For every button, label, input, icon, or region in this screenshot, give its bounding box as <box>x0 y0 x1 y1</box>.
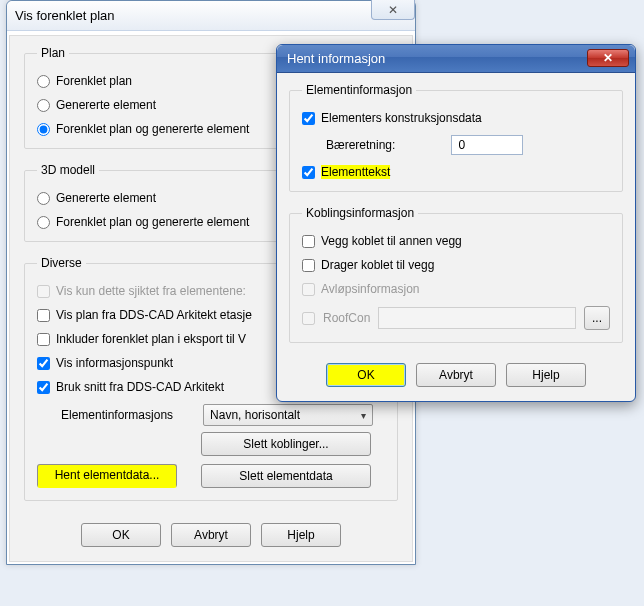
chk-avlop <box>302 283 315 296</box>
hent-info-title: Hent informasjon <box>287 51 385 66</box>
hent-info-body: Elementinformasjon Elementers konstruksj… <box>277 73 635 401</box>
main-titlebar[interactable]: Vis forenklet plan ✕ <box>7 1 415 31</box>
chk-vegg-koblet[interactable] <box>302 235 315 248</box>
m3d-radio-begge[interactable] <box>37 216 50 229</box>
chk-bruk-snitt-label: Bruk snitt fra DDS-CAD Arkitekt <box>56 380 224 394</box>
main-ok-button[interactable]: OK <box>81 523 161 547</box>
eleminfo-label: Elementinformasjons <box>61 408 173 422</box>
roofcon-input <box>378 307 576 329</box>
chk-vis-plan[interactable] <box>37 309 50 322</box>
hent-ok-button[interactable]: OK <box>326 363 406 387</box>
elementinfo-group: Elementinformasjon Elementers konstruksj… <box>289 83 623 192</box>
hent-info-dialog: Hent informasjon ✕ Elementinformasjon El… <box>276 44 636 402</box>
elementinfo-legend: Elementinformasjon <box>302 83 416 97</box>
chk-inkluder[interactable] <box>37 333 50 346</box>
hent-avbryt-label: Avbryt <box>439 368 473 382</box>
main-button-row: OK Avbryt Hjelp <box>24 515 398 547</box>
baereretning-label: Bæreretning: <box>326 138 395 152</box>
chk-inkluder-label: Inkluder forenklet plan i eksport til V <box>56 332 246 346</box>
chk-elementtekst-label: Elementtekst <box>321 165 390 179</box>
main-avbryt-label: Avbryt <box>194 528 228 542</box>
close-glyph: ✕ <box>388 3 398 17</box>
eleminfo-combo-value: Navn, horisontalt <box>210 408 300 422</box>
hent-info-titlebar[interactable]: Hent informasjon ✕ <box>277 45 635 73</box>
hent-avbryt-button[interactable]: Avbryt <box>416 363 496 387</box>
main-ok-label: OK <box>112 528 129 542</box>
m3d-radio-genererte[interactable] <box>37 192 50 205</box>
main-avbryt-button[interactable]: Avbryt <box>171 523 251 547</box>
plan-legend: Plan <box>37 46 69 60</box>
chk-avlop-label: Avløpsinformasjon <box>321 282 419 296</box>
main-hjelp-button[interactable]: Hjelp <box>261 523 341 547</box>
slett-koblinger-button[interactable]: Slett koblinger... <box>201 432 371 456</box>
hent-info-button-row: OK Avbryt Hjelp <box>289 357 623 389</box>
main-title: Vis forenklet plan <box>15 8 115 23</box>
baereretning-input[interactable]: 0 <box>451 135 523 155</box>
chk-vis-info-label: Vis informasjonspunkt <box>56 356 173 370</box>
chk-drager-koblet[interactable] <box>302 259 315 272</box>
close-glyph: ✕ <box>603 51 613 65</box>
modell3d-legend: 3D modell <box>37 163 99 177</box>
close-icon[interactable]: ✕ <box>587 49 629 67</box>
slett-elementdata-button[interactable]: Slett elementdata <box>201 464 371 488</box>
m3d-opt-genererte: Genererte element <box>56 191 156 205</box>
chk-konstruksjonsdata-label: Elementers konstruksjonsdata <box>321 111 482 125</box>
chk-elementtekst[interactable] <box>302 166 315 179</box>
hent-elementdata-label: Hent elementdata... <box>55 468 160 482</box>
hent-elementdata-button[interactable]: Hent elementdata... <box>37 464 177 488</box>
m3d-opt-begge: Forenklet plan og genererte element <box>56 215 249 229</box>
eleminfo-combo[interactable]: Navn, horisontalt <box>203 404 373 426</box>
baereretning-value: 0 <box>458 138 465 152</box>
chk-konstruksjonsdata[interactable] <box>302 112 315 125</box>
chk-bruk-snitt[interactable] <box>37 381 50 394</box>
plan-radio-begge[interactable] <box>37 123 50 136</box>
main-hjelp-label: Hjelp <box>287 528 314 542</box>
close-icon[interactable]: ✕ <box>371 0 415 20</box>
chk-vegg-koblet-label: Vegg koblet til annen vegg <box>321 234 462 248</box>
chk-vis-sjikt <box>37 285 50 298</box>
koblingsinfo-legend: Koblingsinformasjon <box>302 206 418 220</box>
hent-hjelp-label: Hjelp <box>532 368 559 382</box>
chk-vis-info[interactable] <box>37 357 50 370</box>
chk-vis-sjikt-label: Vis kun dette sjiktet fra elementene: <box>56 284 246 298</box>
chk-roofcon-label: RoofCon <box>323 311 370 325</box>
chk-vis-plan-label: Vis plan fra DDS-CAD Arkitekt etasje <box>56 308 252 322</box>
slett-koblinger-label: Slett koblinger... <box>243 437 328 451</box>
diverse-legend: Diverse <box>37 256 86 270</box>
plan-opt-forenklet: Forenklet plan <box>56 74 132 88</box>
hent-hjelp-button[interactable]: Hjelp <box>506 363 586 387</box>
plan-opt-begge: Forenklet plan og genererte element <box>56 122 249 136</box>
roofcon-browse-button[interactable]: ... <box>584 306 610 330</box>
koblingsinfo-group: Koblingsinformasjon Vegg koblet til anne… <box>289 206 623 343</box>
plan-opt-genererte: Genererte element <box>56 98 156 112</box>
plan-radio-forenklet[interactable] <box>37 75 50 88</box>
slett-elementdata-label: Slett elementdata <box>239 469 332 483</box>
plan-radio-genererte[interactable] <box>37 99 50 112</box>
chk-drager-koblet-label: Drager koblet til vegg <box>321 258 434 272</box>
hent-ok-label: OK <box>357 368 374 382</box>
chk-roofcon <box>302 312 315 325</box>
ellipsis-icon: ... <box>592 311 602 325</box>
